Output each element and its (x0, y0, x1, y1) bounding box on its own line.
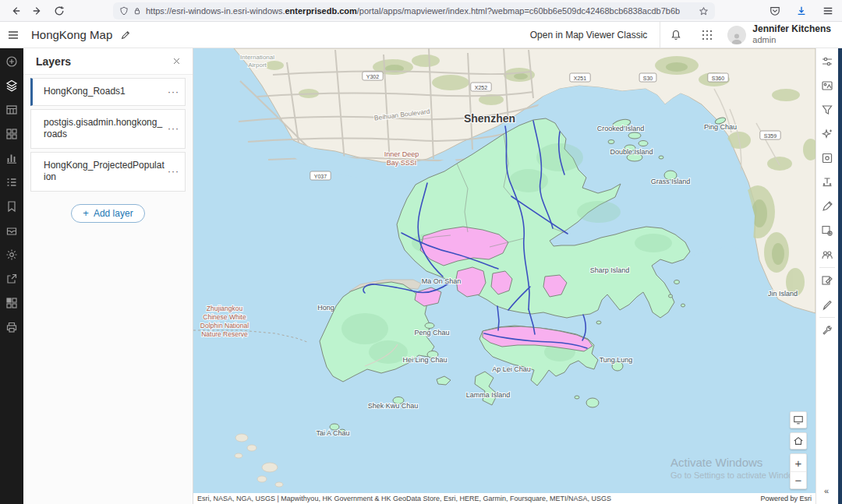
share-icon[interactable] (5, 273, 18, 285)
avatar[interactable] (727, 26, 746, 44)
map-label: Hei Ling Chau (402, 356, 447, 364)
basemap-labels: Hong (317, 304, 334, 312)
labels-icon[interactable] (821, 176, 833, 189)
popups-icon[interactable] (821, 274, 833, 287)
embed-icon[interactable] (5, 297, 18, 309)
notifications-button[interactable] (660, 22, 692, 48)
basemap-icon[interactable] (5, 128, 18, 140)
zoom-in-button[interactable]: + (791, 454, 806, 471)
pencil-icon (120, 30, 131, 41)
back-arrow-icon (10, 5, 21, 16)
road-shield: S360 (708, 73, 728, 82)
map-label: Shek Kwu Chau (368, 402, 419, 410)
home-button[interactable] (790, 432, 807, 449)
road-shield: X251 (570, 73, 590, 82)
toolbar-divider (819, 267, 835, 268)
hamburger-icon (7, 29, 19, 41)
map-canvas[interactable]: Hong (193, 48, 815, 493)
toolbar-divider (819, 317, 835, 318)
attachments-icon[interactable] (821, 200, 833, 213)
app-menu-button[interactable] (0, 22, 27, 48)
window-edge (838, 48, 842, 504)
map-label: International (240, 54, 274, 61)
shield-icon[interactable] (119, 6, 129, 16)
effects-icon[interactable] (821, 128, 833, 140)
fields-icon[interactable] (821, 224, 833, 237)
save-icon[interactable] (5, 224, 18, 237)
map-controls: + − (790, 411, 807, 489)
map-label: Airport (248, 62, 267, 69)
svg-text:S360: S360 (712, 76, 724, 81)
print-icon[interactable] (5, 321, 18, 333)
charts-icon[interactable] (5, 152, 18, 164)
layer-label: HongKong_Roads1 (44, 86, 126, 97)
properties-icon[interactable] (821, 55, 833, 68)
layers-panel-title: Layers (36, 55, 71, 68)
layer-options-button[interactable]: ··· (168, 123, 179, 134)
map-viewport[interactable]: Hong (193, 48, 815, 493)
layer-item-projected-population[interactable]: HongKong_ProjectedPopulation ··· (30, 152, 186, 192)
full-extent-button[interactable] (790, 411, 807, 428)
user-name: Jennifer Kitchens (752, 24, 831, 35)
svg-text:Y302: Y302 (366, 74, 379, 79)
add-layer-label: Add layer (94, 208, 133, 219)
user-block[interactable]: Jennifer Kitchens admin (752, 24, 831, 44)
browser-reload-button[interactable] (48, 2, 70, 20)
browser-menu-icon[interactable] (819, 2, 837, 20)
apps-grid-icon (701, 29, 713, 41)
legend-icon[interactable] (5, 176, 18, 189)
aggregation-icon[interactable] (821, 152, 833, 164)
person-icon (730, 32, 744, 44)
pocket-icon[interactable] (766, 2, 784, 20)
map-label: Double Island (610, 148, 653, 156)
plus-icon: + (83, 208, 89, 218)
map-label: Tung Lung (600, 356, 633, 364)
styles-icon[interactable] (821, 79, 833, 92)
sharing-icon[interactable] (821, 248, 833, 261)
bookmark-star-icon[interactable] (699, 6, 709, 16)
monitor-icon (793, 414, 804, 425)
bell-icon (670, 29, 682, 41)
zoom-out-button[interactable]: − (791, 471, 806, 488)
map-label: Ap Lei Chau (492, 365, 531, 373)
svg-text:X252: X252 (475, 85, 487, 90)
map-properties-icon[interactable] (5, 248, 18, 261)
add-icon[interactable] (5, 55, 18, 68)
edit-title-button[interactable] (120, 30, 131, 41)
tools-icon[interactable] (821, 324, 833, 337)
filter-icon[interactable] (821, 104, 833, 116)
browser-back-button[interactable] (5, 2, 27, 20)
lock-icon[interactable] (133, 6, 142, 16)
layer-label: HongKong_ProjectedPopulation (44, 160, 165, 183)
bookmarks-icon[interactable] (5, 200, 18, 213)
browser-forward-button[interactable] (27, 2, 48, 20)
open-classic-link[interactable]: Open in Map Viewer Classic (518, 30, 660, 41)
map-label: Shenzhen (464, 112, 515, 125)
download-icon[interactable] (792, 2, 811, 20)
close-icon (172, 57, 181, 65)
forward-arrow-icon (32, 5, 43, 16)
layer-options-button[interactable]: ··· (168, 86, 179, 97)
sketch-icon[interactable] (821, 298, 833, 311)
add-layer-button[interactable]: + Add layer (71, 204, 144, 223)
reload-icon (54, 5, 65, 16)
layers-panel: Layers HongKong_Roads1 ··· postgis.gisad… (23, 48, 193, 504)
map-label: Nature Reserve (201, 330, 248, 338)
collapse-toolbar-button[interactable]: « (817, 485, 836, 497)
app-launcher-button[interactable] (692, 22, 723, 48)
layers-icon[interactable] (5, 79, 18, 92)
map-label: Ma On Shan (422, 277, 462, 285)
layers-panel-close-button[interactable] (169, 55, 183, 69)
map-label: Inner Deep (384, 150, 419, 158)
tables-icon[interactable] (5, 104, 18, 116)
map-label: Chinese White (203, 313, 246, 321)
map-label: Hong (317, 304, 334, 312)
url-bar[interactable]: https://esri-windows-in.esri-windows.ent… (113, 2, 715, 19)
svg-text:S30: S30 (643, 76, 653, 81)
browser-toolbar: https://esri-windows-in.esri-windows.ent… (0, 0, 842, 22)
layer-item-hongkong-roads1[interactable]: HongKong_Roads1 ··· (30, 78, 186, 106)
layer-item-postgis-roads[interactable]: postgis.gisadmin.hongkong_roads ··· (30, 109, 186, 149)
layer-options-button[interactable]: ··· (168, 166, 179, 177)
road-shield: S30 (639, 73, 656, 82)
url-text: https://esri-windows-in.esri-windows.ent… (146, 6, 680, 16)
